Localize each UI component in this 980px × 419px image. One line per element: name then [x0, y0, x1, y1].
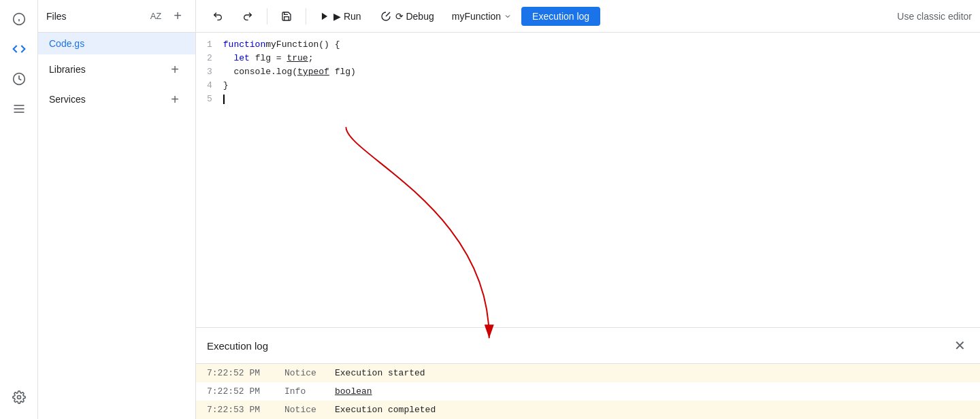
sidebar-triggers-icon[interactable]	[5, 95, 33, 122]
log-entry-1: 7:22:52 PM Info boolean	[196, 382, 980, 401]
sidebar-code-icon[interactable]	[5, 35, 33, 63]
file-item-code-gs[interactable]: Code.gs	[38, 33, 195, 54]
debug-label: ⟳ Debug	[395, 11, 434, 22]
run-label: ▶ Run	[333, 11, 361, 22]
svg-marker-8	[322, 12, 327, 20]
log-entry-2: 7:22:53 PM Notice Execution completed	[196, 401, 980, 419]
run-button[interactable]: ▶ Run	[312, 7, 370, 26]
execution-log-title: Execution log	[207, 340, 268, 352]
log-message-1[interactable]: boolean	[335, 386, 372, 397]
sidebar-info-icon[interactable]	[5, 5, 33, 33]
log-level-1: Info	[284, 386, 318, 397]
toolbar-divider-1	[267, 8, 267, 24]
libraries-title: Libraries	[49, 64, 86, 75]
toolbar-divider-2	[306, 8, 306, 24]
log-time-0: 7:22:52 PM	[207, 368, 268, 378]
save-button[interactable]	[273, 7, 300, 26]
add-file-button[interactable]: +	[168, 7, 187, 26]
files-title: Files	[46, 11, 67, 22]
undo-button[interactable]	[204, 7, 231, 26]
file-panel-header: Files AZ +	[38, 0, 195, 33]
line-numbers: 1 2 3 4 5	[196, 33, 223, 327]
main-area: ▶ Run ⟳ Debug myFunction Execution log U…	[196, 0, 980, 419]
sidebar-settings-icon[interactable]	[5, 384, 33, 411]
function-name: myFunction	[452, 11, 501, 22]
file-panel-actions: AZ +	[146, 7, 187, 26]
function-selector[interactable]: myFunction	[445, 7, 519, 26]
log-message-0: Execution started	[335, 368, 425, 378]
file-panel: Files AZ + Code.gs Libraries + Services …	[38, 0, 196, 419]
services-title: Services	[49, 94, 86, 105]
log-time-2: 7:22:53 PM	[207, 405, 268, 415]
code-editor[interactable]: 1 2 3 4 5 function myFunction() { let fl…	[196, 33, 980, 327]
log-entry-0: 7:22:52 PM Notice Execution started	[196, 364, 980, 382]
services-section[interactable]: Services +	[38, 84, 195, 114]
code-content[interactable]: function myFunction() { let flg = true; …	[223, 33, 980, 327]
log-message-2: Execution completed	[335, 405, 436, 415]
use-classic-editor-link[interactable]: Use classic editor	[897, 11, 972, 22]
editor-container: 1 2 3 4 5 function myFunction() { let fl…	[196, 33, 980, 419]
file-name-code-gs: Code.gs	[49, 38, 84, 49]
log-time-1: 7:22:52 PM	[207, 386, 268, 397]
svg-point-7	[17, 396, 20, 399]
sidebar-clock-icon[interactable]	[5, 65, 33, 93]
execution-log-header: Execution log ✕	[196, 328, 980, 364]
debug-button[interactable]: ⟳ Debug	[372, 7, 442, 26]
execution-log-button[interactable]: Execution log	[521, 7, 600, 26]
add-service-button[interactable]: +	[165, 90, 184, 109]
libraries-section[interactable]: Libraries +	[38, 54, 195, 84]
close-execution-log-button[interactable]: ✕	[950, 336, 969, 355]
log-level-0: Notice	[284, 368, 318, 378]
toolbar: ▶ Run ⟳ Debug myFunction Execution log U…	[196, 0, 980, 33]
log-level-2: Notice	[284, 405, 318, 415]
icon-sidebar	[0, 0, 38, 419]
execution-log-panel: Execution log ✕ 7:22:52 PM Notice Execut…	[196, 327, 980, 419]
redo-button[interactable]	[234, 7, 261, 26]
add-library-button[interactable]: +	[165, 60, 184, 79]
sort-button[interactable]: AZ	[146, 7, 165, 26]
